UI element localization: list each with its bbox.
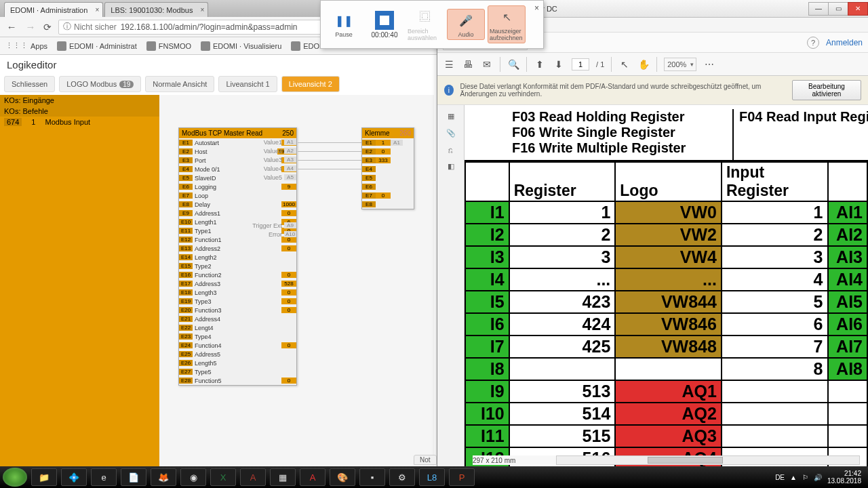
print-icon[interactable]: 🖶: [462, 58, 474, 70]
reload-button[interactable]: ⟳: [43, 22, 52, 33]
page-up-icon[interactable]: ⬆: [534, 58, 546, 70]
start-button[interactable]: [3, 468, 27, 487]
bookmark-item[interactable]: EDOMI · Administrat: [57, 41, 137, 51]
page-down-icon[interactable]: ⬇: [553, 58, 565, 70]
node-input[interactable]: E13Address20: [179, 244, 296, 253]
node-input[interactable]: E28Function50: [179, 376, 296, 385]
chrome-tab-1[interactable]: EDOMI · Administration×: [4, 2, 103, 17]
signin-link[interactable]: Anmelden: [826, 38, 863, 47]
node-output[interactable]: Value3A3: [250, 155, 296, 164]
node-output[interactable]: Value1A1: [250, 138, 296, 146]
cursor-button[interactable]: ↖ Mauszeiger aufzeichnen: [488, 5, 526, 43]
horizontal-scrollbar[interactable]: [556, 455, 860, 465]
close-icon[interactable]: ×: [201, 6, 205, 14]
forward-button[interactable]: →: [24, 21, 37, 33]
node-row[interactable]: E5: [362, 174, 414, 182]
node-input[interactable]: E21Address4: [179, 314, 296, 323]
node-input[interactable]: E27Type5: [179, 367, 296, 376]
system-tray[interactable]: DE ▲ ⚐ 🔊 21:42 13.08.2018: [775, 470, 865, 485]
pause-button[interactable]: ❚❚ Pause: [325, 9, 363, 39]
page-input[interactable]: [572, 58, 589, 70]
close-button[interactable]: Schliessen: [4, 76, 55, 92]
notepad-icon[interactable]: 📄: [121, 468, 146, 486]
volume-icon[interactable]: 🔊: [814, 474, 822, 481]
node-input[interactable]: E18Length30: [179, 288, 296, 297]
zoom-select[interactable]: 200%: [664, 58, 696, 71]
firefox-icon[interactable]: 🦊: [151, 468, 176, 486]
node-output[interactable]: Value5A5: [250, 173, 296, 182]
chrome-tab-2[interactable]: LBS: 19001030: Modbus×: [104, 2, 208, 17]
teams-icon[interactable]: 💠: [61, 468, 87, 486]
node-output[interactable]: Value2A2: [250, 146, 296, 155]
close-icon[interactable]: ×: [534, 3, 539, 13]
node-input[interactable]: E26Length5: [179, 359, 296, 367]
tray-icon[interactable]: ▲: [790, 474, 797, 481]
node-input[interactable]: E17Address3528: [179, 279, 296, 288]
node-input[interactable]: E15Type2: [179, 262, 296, 270]
bookmark-item[interactable]: FNSMOO: [146, 41, 191, 51]
back-button[interactable]: ←: [5, 21, 18, 33]
sidebar-icon[interactable]: ☰: [443, 58, 455, 70]
hand-icon[interactable]: ✋: [637, 58, 650, 70]
clock[interactable]: 21:42 13.08.2018: [827, 470, 861, 485]
close-button[interactable]: ✕: [848, 2, 868, 16]
node-modbus-read[interactable]: ModBus TCP Master Read250 E1Autostart1E2…: [178, 127, 297, 386]
putty-icon[interactable]: ▦: [270, 468, 296, 486]
node-row[interactable]: E11A1: [362, 138, 414, 147]
footer-tab[interactable]: Not: [414, 455, 437, 465]
node-input[interactable]: E25Address5: [179, 350, 296, 359]
tab-live2[interactable]: Liveansicht 2: [281, 76, 340, 92]
more-icon[interactable]: ⋯: [703, 58, 715, 70]
cmd-icon[interactable]: ▪: [359, 468, 385, 486]
node-input[interactable]: E16Function20: [179, 270, 296, 279]
audio-button[interactable]: 🎤 Audio: [447, 9, 485, 40]
ko-row[interactable]: 674 1 Modbus Input: [0, 117, 159, 127]
node-input[interactable]: E14Length2: [179, 253, 296, 262]
excel-icon[interactable]: X: [210, 468, 236, 486]
node-input[interactable]: E24Function40: [179, 341, 296, 350]
minimize-button[interactable]: —: [808, 2, 829, 16]
node-input[interactable]: E19Type30: [179, 297, 296, 306]
attachments-icon[interactable]: 📎: [446, 129, 456, 138]
stop-button[interactable]: 00:00:40: [366, 9, 403, 40]
paint-icon[interactable]: 🎨: [330, 468, 355, 486]
layers-icon[interactable]: ◧: [448, 162, 454, 171]
node-row[interactable]: E8: [362, 200, 414, 209]
logo-icon[interactable]: L8: [419, 468, 445, 486]
node-row[interactable]: E4: [362, 165, 414, 174]
search-icon[interactable]: 🔍: [507, 58, 519, 70]
logic-canvas[interactable]: ModBus TCP Master Read250 E1Autostart1E2…: [159, 95, 434, 468]
access-icon[interactable]: A: [240, 468, 266, 486]
bookmarks-icon[interactable]: ⎌: [448, 146, 453, 154]
thumbnails-icon[interactable]: ▦: [448, 112, 454, 121]
close-icon[interactable]: ×: [95, 6, 99, 14]
network-icon[interactable]: ⚐: [802, 474, 808, 481]
enable-editing-button[interactable]: Bearbeitung aktivieren: [792, 80, 861, 100]
node-row[interactable]: E20: [362, 147, 414, 156]
tab-live1[interactable]: Liveansicht 1: [218, 76, 277, 92]
help-icon[interactable]: ?: [807, 37, 819, 49]
powerpoint-icon[interactable]: P: [449, 468, 475, 486]
node-klemme[interactable]: Klemme260 E11A1E20E3333E4E5E6E70E8: [361, 127, 414, 209]
chrome-icon[interactable]: ◉: [180, 468, 206, 486]
node-row[interactable]: E6: [362, 182, 414, 191]
screen-recorder-toolbar[interactable]: ❚❚ Pause 00:00:40 ⿴ Bereich auswählen 🎤 …: [320, 0, 544, 49]
node-input[interactable]: E22Lengt4: [179, 323, 296, 332]
node-row[interactable]: E70: [362, 191, 414, 200]
select-icon[interactable]: ↖: [618, 58, 631, 70]
mail-icon[interactable]: ✉: [481, 58, 493, 70]
lang-indicator[interactable]: DE: [775, 474, 785, 481]
tab-logo[interactable]: LOGO Modbus19: [59, 76, 141, 92]
node-input[interactable]: E23Type4: [179, 332, 296, 341]
pdf-viewport[interactable]: F03 Read Holding Register F06 Write Sing…: [465, 105, 868, 466]
ie-icon[interactable]: e: [91, 468, 117, 486]
apps-button[interactable]: ⋮⋮⋮Apps: [5, 41, 47, 50]
acrobat-icon[interactable]: A: [300, 468, 326, 486]
node-output[interactable]: Value4A4: [250, 164, 296, 173]
node-output[interactable]: Trigger ExtA9: [250, 221, 296, 230]
bookmark-item[interactable]: EDOMI · Visualisieru: [201, 41, 281, 51]
node-input[interactable]: E20Function30: [179, 306, 296, 314]
node-output[interactable]: ErrorA10: [250, 230, 296, 239]
node-row[interactable]: E3333: [362, 156, 414, 165]
tab-normal[interactable]: Normale Ansicht: [145, 76, 214, 92]
